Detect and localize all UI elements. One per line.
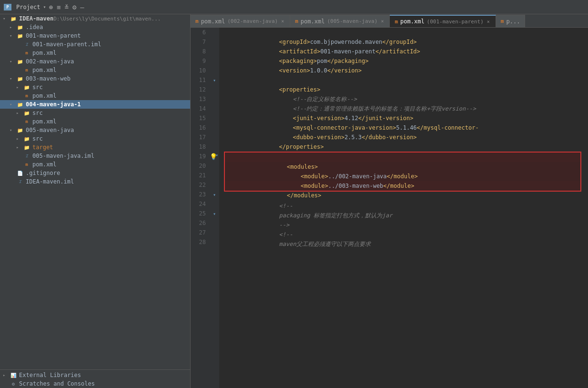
project-dropdown-icon[interactable]: ▾ [43, 4, 46, 10]
tree-item-idea[interactable]: ▸ 📁 .idea [0, 23, 190, 31]
tree-item-003[interactable]: ▾ 📁 003-maven-web [0, 74, 190, 83]
project-icon: P [4, 4, 11, 10]
tree-arrow: ▸ [16, 85, 23, 90]
tab-prefix: m [195, 18, 199, 24]
line-numbers: 6 7 8 9 10 11 12 13 14 15 16 17 18 19 20… [191, 28, 210, 388]
minimize-button[interactable]: — [80, 3, 84, 11]
line-num: 10 [191, 66, 210, 75]
tree-item-gitignore[interactable]: 📄 .gitignore [0, 169, 190, 177]
tree-arrow: ▸ [16, 145, 23, 150]
settings-button[interactable]: ⚙ [72, 3, 76, 11]
project-label[interactable]: Project [16, 4, 41, 10]
tab-context: (005-maven-java) [327, 18, 377, 24]
folder-icon: 📁 [10, 15, 17, 22]
line-num: 22 [191, 180, 210, 190]
tree-item-005-iml[interactable]: 𝓘 005-maven-java.iml [0, 152, 190, 160]
gutter-fold [210, 133, 219, 142]
tree-item-002-pom[interactable]: m pom.xml [0, 66, 190, 74]
gutter-fold [210, 28, 219, 37]
tree-label: pom.xml [32, 92, 57, 99]
xml-comment: <!-- [265, 231, 293, 238]
list-button[interactable]: ≡ [57, 3, 61, 11]
tree-arrow: ▸ [16, 111, 23, 115]
gutter-fold [210, 171, 219, 180]
main-area: ▾ 📁 IDEA-maven D:\Users\ly\Documents\git… [0, 14, 588, 388]
tab-extra[interactable]: m p... [496, 15, 526, 27]
xml-text: 5.1.46 [396, 124, 416, 131]
tree-label: pom.xml [32, 118, 57, 125]
gutter-fold [210, 85, 219, 94]
xml-icon: m [23, 161, 30, 168]
xml-tag: <junit-version> [265, 115, 345, 122]
xml-tag: <module> [273, 183, 328, 189]
xml-icon: m [23, 118, 30, 125]
tree-label: Scratches and Consoles [19, 380, 95, 387]
tree-item-002[interactable]: ▾ 📁 002-maven-java [0, 57, 190, 66]
xml-tag: <dubbo-version> [265, 134, 345, 141]
xml-text: 001-maven-parent [320, 48, 375, 55]
code-line: <groupId>com.bjpowernode.maven</groupId> [224, 28, 583, 37]
xml-tag: </junit-version> [358, 115, 414, 122]
tab-close-button[interactable]: × [486, 19, 491, 25]
tree-item-005-src[interactable]: ▸ 📁 src [0, 134, 190, 143]
tree-item-001-iml[interactable]: 𝓘 001-maven-parent.iml [0, 40, 190, 49]
tree-item-004-src[interactable]: ▸ 📁 src [0, 109, 190, 117]
tab-close-button[interactable]: × [380, 18, 385, 24]
tree-label: src [32, 135, 43, 142]
tree-item-003-src[interactable]: ▸ 📁 src [0, 83, 190, 92]
tree-item-root[interactable]: ▾ 📁 IDEA-maven D:\Users\ly\Documents\git… [0, 14, 190, 23]
tree-item-004-pom[interactable]: m pom.xml [0, 117, 190, 126]
xml-icon: m [23, 50, 30, 56]
xml-tag: <groupId> [265, 39, 310, 45]
gutter-fold-modules[interactable]: 💡 ▾ [210, 152, 219, 161]
gutter-fold [210, 113, 219, 123]
tree-item-005-pom[interactable]: m pom.xml [0, 160, 190, 169]
tree-label: 004-maven-java-1 [26, 101, 81, 108]
line-num: 23 [191, 190, 210, 199]
xml-tag: </dubbo-version> [362, 134, 417, 141]
tree-item-004[interactable]: ▾ 📁 004-maven-java-1 [0, 100, 190, 109]
tab-context: (001-maven-parent) [427, 19, 484, 25]
line-num: 15 [191, 113, 210, 123]
tab-002[interactable]: m pom.xml (002-maven-java) × [191, 15, 290, 27]
tree-extra: D:\Users\ly\Documents\git\maven... [53, 16, 161, 22]
tree-item-001-pom[interactable]: m pom.xml [0, 49, 190, 57]
tree-item-003-pom[interactable]: m pom.xml [0, 92, 190, 100]
tree-label: IDEA-maven [19, 15, 53, 22]
line-num: 14 [191, 104, 210, 113]
tree-item-005[interactable]: ▾ 📁 005-maven-java [0, 126, 190, 134]
xml-tag: </properties> [265, 143, 324, 150]
fold-arrow[interactable]: ▾ [215, 153, 218, 158]
line-num: 18 [191, 142, 210, 152]
xml-tag: <modules> [273, 163, 318, 170]
line-num: 16 [191, 123, 210, 133]
tree-label: target [32, 144, 53, 151]
xml-text: 4.12 [345, 115, 358, 122]
code-area[interactable]: <groupId>com.bjpowernode.maven</groupId>… [219, 28, 588, 388]
tree-item-ext-libs[interactable]: ▸ 📊 External Libraries [0, 371, 190, 379]
tab-001[interactable]: m pom.xml (001-maven-parent) × [390, 15, 496, 27]
title-bar: P Project ▾ ⊕ ≡ ≚ ⚙ — [0, 0, 588, 14]
xml-tag: <module> [273, 173, 328, 180]
code-line: <properties> [224, 75, 583, 85]
tree-label: 003-maven-web [26, 75, 71, 82]
layout-button[interactable]: ≚ [64, 3, 68, 11]
tree-label: 005-maven-java.iml [32, 153, 94, 159]
xml-icon: m [23, 67, 30, 73]
editor[interactable]: 6 7 8 9 10 11 12 13 14 15 16 17 18 19 20… [191, 28, 588, 388]
add-button[interactable]: ⊕ [49, 3, 53, 11]
tree-item-001[interactable]: ▾ 📁 001-maven-parent [0, 31, 190, 40]
tab-label: p... [506, 18, 520, 25]
xml-tag: </module> [383, 183, 414, 189]
gutter-fold [210, 218, 219, 228]
gutter-fold: ▾ [210, 209, 219, 218]
xml-comment: --> [265, 222, 290, 228]
tree-item-005-target[interactable]: ▸ 📁 target [0, 143, 190, 152]
gutter-fold [210, 180, 219, 190]
tree-item-scratches[interactable]: ⊙ Scratches and Consoles [0, 379, 190, 388]
tree-item-idea-iml[interactable]: 𝓘 IDEA-maven.iml [0, 177, 190, 186]
tab-005[interactable]: m pom.xml (005-maven-java) × [290, 15, 390, 27]
tab-close-button[interactable]: × [280, 18, 285, 24]
gutter-fold-btn[interactable]: ▾ [210, 75, 219, 85]
line-num: 7 [191, 37, 210, 47]
